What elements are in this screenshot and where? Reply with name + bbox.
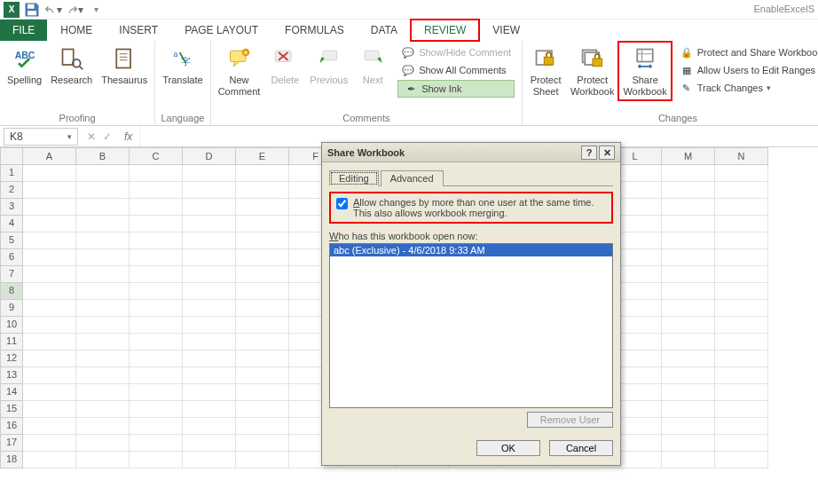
cell-N18[interactable] xyxy=(715,452,768,469)
row-header-12[interactable]: 12 xyxy=(0,350,23,367)
cell-B10[interactable] xyxy=(76,317,130,334)
cell-D8[interactable] xyxy=(183,283,236,300)
cell-E12[interactable] xyxy=(236,350,289,367)
tab-home[interactable]: HOME xyxy=(47,20,106,41)
col-header-E[interactable]: E xyxy=(236,147,289,165)
qat-customize-icon[interactable]: ▾ xyxy=(87,2,105,18)
cell-M1[interactable] xyxy=(662,165,715,182)
cell-D14[interactable] xyxy=(183,384,236,401)
cell-C7[interactable] xyxy=(130,266,183,283)
cell-C3[interactable] xyxy=(130,199,183,216)
col-header-M[interactable]: M xyxy=(662,147,715,165)
cell-D9[interactable] xyxy=(183,300,236,317)
cell-N8[interactable] xyxy=(715,283,768,300)
cell-M9[interactable] xyxy=(662,300,715,317)
cell-E2[interactable] xyxy=(236,182,289,199)
cell-D1[interactable] xyxy=(183,165,236,182)
row-header-2[interactable]: 2 xyxy=(0,182,23,199)
row-header-3[interactable]: 3 xyxy=(0,199,23,216)
cell-B5[interactable] xyxy=(76,232,130,249)
cell-E9[interactable] xyxy=(236,300,289,317)
cell-M13[interactable] xyxy=(662,367,715,384)
redo-icon[interactable]: ▾ xyxy=(66,2,83,18)
show-all-comments-button[interactable]: 💬 Show All Comments xyxy=(397,62,515,78)
cell-E3[interactable] xyxy=(236,199,289,216)
cell-N17[interactable] xyxy=(715,435,768,452)
cell-D7[interactable] xyxy=(183,266,236,283)
cell-N15[interactable] xyxy=(715,401,768,418)
cell-B15[interactable] xyxy=(76,401,130,418)
cell-N5[interactable] xyxy=(715,232,768,249)
cell-A5[interactable] xyxy=(23,232,76,249)
cell-N1[interactable] xyxy=(715,165,768,182)
enter-formula-icon[interactable]: ✓ xyxy=(103,130,112,143)
cell-E18[interactable] xyxy=(236,452,289,469)
cell-E5[interactable] xyxy=(236,232,289,249)
cell-D16[interactable] xyxy=(183,418,236,435)
cancel-button[interactable]: Cancel xyxy=(549,440,613,456)
cell-B2[interactable] xyxy=(76,182,130,199)
cell-A4[interactable] xyxy=(23,216,76,232)
cell-E1[interactable] xyxy=(236,165,289,182)
cell-D18[interactable] xyxy=(183,452,236,469)
ok-button[interactable]: OK xyxy=(476,440,540,456)
row-header-16[interactable]: 16 xyxy=(0,418,23,435)
cell-B18[interactable] xyxy=(76,452,130,469)
cell-B16[interactable] xyxy=(76,418,130,435)
allow-changes-checkbox[interactable] xyxy=(336,198,348,209)
cell-A2[interactable] xyxy=(23,182,76,199)
research-button[interactable]: Research xyxy=(47,43,96,88)
cell-E8[interactable] xyxy=(236,283,289,300)
row-header-6[interactable]: 6 xyxy=(0,249,23,266)
tab-page-layout[interactable]: PAGE LAYOUT xyxy=(171,20,271,41)
previous-comment-button[interactable]: Previous xyxy=(306,43,351,88)
cell-N2[interactable] xyxy=(715,182,768,199)
cell-D12[interactable] xyxy=(183,350,236,367)
cell-C6[interactable] xyxy=(130,249,183,266)
cell-B4[interactable] xyxy=(76,216,130,232)
cell-B11[interactable] xyxy=(76,334,130,350)
cell-E13[interactable] xyxy=(236,367,289,384)
col-header-C[interactable]: C xyxy=(130,147,183,165)
cell-A1[interactable] xyxy=(23,165,76,182)
cell-A7[interactable] xyxy=(23,266,76,283)
allow-edit-ranges-button[interactable]: ▦ Allow Users to Edit Ranges xyxy=(676,62,818,78)
cell-M15[interactable] xyxy=(662,401,715,418)
cell-B17[interactable] xyxy=(76,435,130,452)
cell-C12[interactable] xyxy=(130,350,183,367)
cell-A8[interactable] xyxy=(23,283,76,300)
show-hide-comment-button[interactable]: 💬 Show/Hide Comment xyxy=(397,44,515,60)
cell-D3[interactable] xyxy=(183,199,236,216)
cell-C2[interactable] xyxy=(130,182,183,199)
cell-M10[interactable] xyxy=(662,317,715,334)
cell-D10[interactable] xyxy=(183,317,236,334)
cell-C14[interactable] xyxy=(130,384,183,401)
cell-A10[interactable] xyxy=(23,317,76,334)
cell-M6[interactable] xyxy=(662,249,715,266)
cell-A14[interactable] xyxy=(23,384,76,401)
row-header-5[interactable]: 5 xyxy=(0,232,23,249)
user-list-item[interactable]: abc (Exclusive) - 4/6/2018 9:33 AM xyxy=(330,244,612,256)
cell-C15[interactable] xyxy=(130,401,183,418)
cell-M17[interactable] xyxy=(662,435,715,452)
track-changes-button[interactable]: ✎ Track Changes ▾ xyxy=(676,80,818,96)
cell-M18[interactable] xyxy=(662,452,715,469)
cell-N14[interactable] xyxy=(715,384,768,401)
cell-M8[interactable] xyxy=(662,283,715,300)
cell-E11[interactable] xyxy=(236,334,289,350)
cell-E10[interactable] xyxy=(236,317,289,334)
cell-E14[interactable] xyxy=(236,384,289,401)
tab-review[interactable]: REVIEW xyxy=(411,20,479,41)
cell-A9[interactable] xyxy=(23,300,76,317)
thesaurus-button[interactable]: Thesaurus xyxy=(98,43,151,88)
cell-A16[interactable] xyxy=(23,418,76,435)
row-header-11[interactable]: 11 xyxy=(0,334,23,350)
row-header-15[interactable]: 15 xyxy=(0,401,23,418)
cell-A13[interactable] xyxy=(23,367,76,384)
cell-M7[interactable] xyxy=(662,266,715,283)
cell-D11[interactable] xyxy=(183,334,236,350)
col-header-B[interactable]: B xyxy=(76,147,130,165)
cell-E6[interactable] xyxy=(236,249,289,266)
row-header-1[interactable]: 1 xyxy=(0,165,23,182)
remove-user-button[interactable]: Remove User xyxy=(527,412,613,428)
